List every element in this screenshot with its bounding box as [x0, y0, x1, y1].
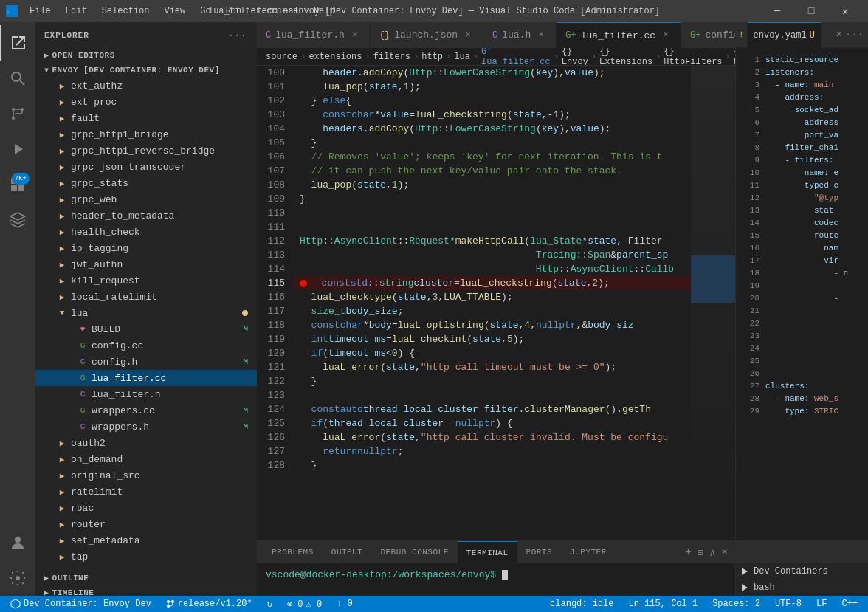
- folder-fault[interactable]: ▶ fault: [35, 110, 257, 126]
- breadcrumb-lua[interactable]: lua: [454, 52, 470, 62]
- spaces-status[interactable]: Spaces: 2: [708, 596, 765, 612]
- tab-lua-h[interactable]: C lua.h ×: [483, 22, 557, 48]
- language-status[interactable]: clangd: idle: [545, 596, 618, 612]
- file-config-cc[interactable]: G config.cc: [35, 337, 257, 354]
- tab-launch-json[interactable]: {} launch.json ×: [371, 22, 483, 48]
- maximize-button[interactable]: □: [794, 0, 828, 22]
- menu-selection[interactable]: Selection: [96, 4, 156, 18]
- menu-file[interactable]: File: [24, 4, 57, 18]
- close-panel-button[interactable]: ×: [720, 545, 729, 560]
- file-lua-filter-h[interactable]: C lua_filter.h: [35, 386, 257, 402]
- settings-activity-icon[interactable]: [0, 560, 35, 596]
- bash-item[interactable]: bash: [736, 580, 868, 596]
- file-wrappers-cc[interactable]: G wrappers.cc M: [35, 402, 257, 419]
- folder-on-demand[interactable]: ▶ on_demand: [35, 451, 257, 467]
- file-lua-filter-cc[interactable]: G lua_filter.cc: [35, 370, 257, 386]
- sync-status[interactable]: ↻: [263, 596, 277, 612]
- breadcrumb-httpfilters[interactable]: {} HttpFilters: [664, 48, 722, 66]
- code-content[interactable]: header.addCopy(Http::LowerCaseString(key…: [294, 66, 691, 540]
- folder-grpc-stats[interactable]: ▶ grpc_stats: [35, 175, 257, 191]
- ports-tab[interactable]: PORTS: [517, 541, 562, 563]
- yaml-content[interactable]: 1static_resource 2listeners: 3 - name: m…: [736, 48, 868, 540]
- folder-ext-proc[interactable]: ▶ ext_proc: [35, 94, 257, 110]
- folder-grpc-http1-bridge[interactable]: ▶ grpc_http1_bridge: [35, 126, 257, 142]
- file-build[interactable]: ♥ BUILD M: [35, 321, 257, 337]
- open-editors-section[interactable]: ▶ OPEN EDITORS: [35, 48, 257, 63]
- new-terminal-button[interactable]: +: [683, 545, 692, 560]
- breadcrumb-http[interactable]: http: [421, 52, 443, 62]
- errors-status[interactable]: ⊗ 0 ⚠ 0: [283, 596, 326, 612]
- remote-explorer-icon[interactable]: [0, 202, 35, 238]
- breadcrumb-envoy[interactable]: {} Envoy: [562, 48, 588, 66]
- outline-section[interactable]: ▶ OUTLINE: [35, 571, 257, 585]
- breadcrumb-extensions2[interactable]: {} Extensions: [599, 48, 652, 66]
- breadcrumb-filters[interactable]: filters: [373, 52, 410, 62]
- panel-close-button[interactable]: ×: [836, 29, 841, 41]
- folder-ratelimit[interactable]: ▶ ratelimit: [35, 484, 257, 500]
- folder-oauth2[interactable]: ▶ oauth2: [35, 435, 257, 451]
- extensions-activity-icon[interactable]: 7K+: [0, 167, 35, 202]
- folder-set-metadata[interactable]: ▶ set_metadata: [35, 532, 257, 549]
- split-terminal-button[interactable]: ⊟: [696, 545, 705, 560]
- tab-close-button[interactable]: ×: [462, 30, 474, 41]
- title-bar: File Edit Selection View Go Run Terminal…: [0, 0, 868, 22]
- folder-local-ratelimit[interactable]: ▶ local_ratelimit: [35, 289, 257, 305]
- breadcrumb-extensions[interactable]: extensions: [309, 52, 362, 62]
- tab-close-button[interactable]: ×: [349, 30, 361, 41]
- envoy-section-header[interactable]: ▼ ENVOY [DEV CONTAINER: ENVOY DEV]: [35, 63, 257, 78]
- folder-original-src[interactable]: ▶ original_src: [35, 467, 257, 484]
- branch-status[interactable]: release/v1.20*: [162, 596, 257, 612]
- folder-grpc-web[interactable]: ▶ grpc_web: [35, 191, 257, 207]
- folder-rbac[interactable]: ▶ rbac: [35, 500, 257, 516]
- tab-close-button[interactable]: ×: [535, 30, 547, 41]
- panel-more-button[interactable]: ···: [845, 29, 864, 41]
- dev-container-status[interactable]: Dev Container: Envoy Dev: [6, 596, 156, 612]
- dev-containers-item[interactable]: Dev Containers: [736, 563, 868, 580]
- envoy-yaml-tab[interactable]: envoy.yaml U: [748, 22, 822, 48]
- terminal-content[interactable]: vscode@docker-desktop:/workspaces/envoy$: [257, 563, 735, 596]
- close-button[interactable]: ✕: [828, 0, 862, 22]
- file-wrappers-h[interactable]: C wrappers.h M: [35, 419, 257, 435]
- folder-ext-authz[interactable]: ▶ ext_authz: [35, 78, 257, 94]
- folder-grpc-json-transcoder[interactable]: ▶ grpc_json_transcoder: [35, 159, 257, 175]
- folder-kill-request[interactable]: ▶ kill_request: [35, 272, 257, 289]
- folder-lua[interactable]: ▼ lua: [35, 305, 257, 321]
- tab-lua-filter-h[interactable]: C lua_filter.h ×: [257, 22, 371, 48]
- problems-tab[interactable]: PROBLEMS: [263, 541, 323, 563]
- menu-view[interactable]: View: [158, 4, 191, 18]
- tab-config-cc[interactable]: G+ config.cc ×: [681, 22, 735, 48]
- debug-console-tab[interactable]: DEBUG CONSOLE: [371, 541, 457, 563]
- folder-ip-tagging[interactable]: ▶ ip_tagging: [35, 240, 257, 256]
- breadcrumb-file[interactable]: G⁺ lua_filter.cc: [481, 48, 551, 66]
- line-col-status[interactable]: Ln 115, Col 1: [624, 596, 703, 612]
- source-control-activity-icon[interactable]: [0, 96, 35, 131]
- folder-header-to-metadata[interactable]: ▶ header_to_metadata: [35, 207, 257, 224]
- line-ending-status[interactable]: LF: [812, 596, 831, 612]
- tab-close-button[interactable]: ×: [660, 30, 672, 41]
- file-label: BUILD: [92, 324, 240, 335]
- output-tab[interactable]: OUTPUT: [323, 541, 372, 563]
- remote-indicator[interactable]: ↕ 0: [332, 596, 357, 612]
- run-debug-activity-icon[interactable]: [0, 131, 35, 167]
- maximize-panel-button[interactable]: ∧: [708, 545, 717, 560]
- minimize-button[interactable]: ─: [760, 0, 794, 22]
- jupyter-tab[interactable]: JUPYTER: [561, 541, 616, 563]
- terminal-tab[interactable]: TERMINAL: [458, 541, 517, 563]
- folder-health-check[interactable]: ▶ health_check: [35, 224, 257, 240]
- breadcrumb-source[interactable]: source: [266, 52, 297, 62]
- tab-lua-filter-cc[interactable]: G+ lua_filter.cc ×: [557, 22, 681, 48]
- search-activity-icon[interactable]: [0, 61, 35, 96]
- explorer-activity-icon[interactable]: [0, 25, 35, 61]
- folder-jwt-authn[interactable]: ▶ jwt_authn: [35, 256, 257, 272]
- file-config-h[interactable]: C config.h M: [35, 354, 257, 370]
- folder-icon: ▶: [56, 193, 68, 205]
- folder-router[interactable]: ▶ router: [35, 516, 257, 532]
- timeline-section[interactable]: ▶ TIMELINE: [35, 585, 257, 596]
- encoding-status[interactable]: UTF-8: [771, 596, 806, 612]
- menu-edit[interactable]: Edit: [60, 4, 93, 18]
- account-activity-icon[interactable]: [0, 525, 35, 560]
- sidebar-more-button[interactable]: ···: [227, 28, 248, 43]
- folder-tap[interactable]: ▶ tap: [35, 549, 257, 565]
- lang-mode-status[interactable]: C++: [837, 596, 862, 612]
- folder-grpc-http1-reverse-bridge[interactable]: ▶ grpc_http1_reverse_bridge: [35, 142, 257, 159]
